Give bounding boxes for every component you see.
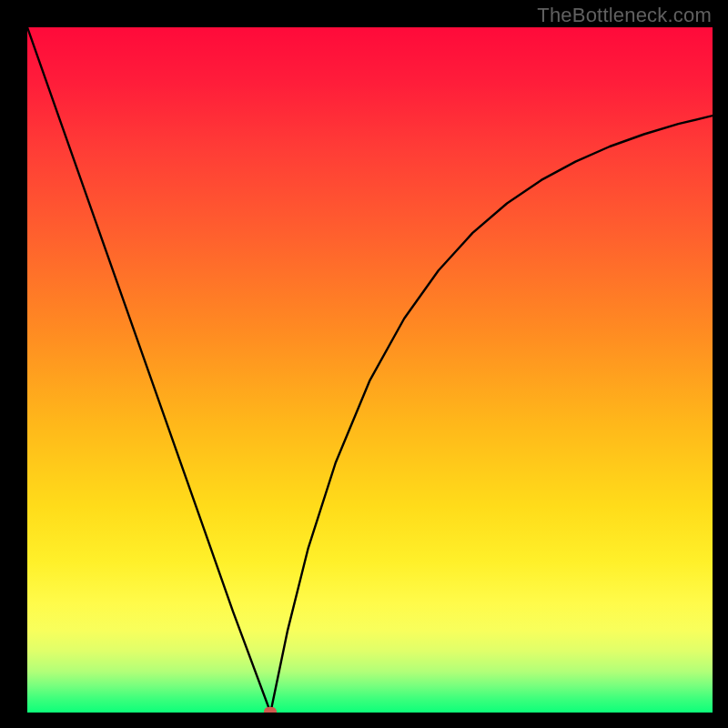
- watermark-text: TheBottleneck.com: [537, 4, 712, 27]
- curve-svg: [27, 27, 713, 713]
- bottleneck-curve: [27, 27, 713, 713]
- plot-area: [27, 27, 713, 713]
- chart-frame: TheBottleneck.com: [0, 0, 728, 728]
- optimal-point-marker: [264, 707, 277, 713]
